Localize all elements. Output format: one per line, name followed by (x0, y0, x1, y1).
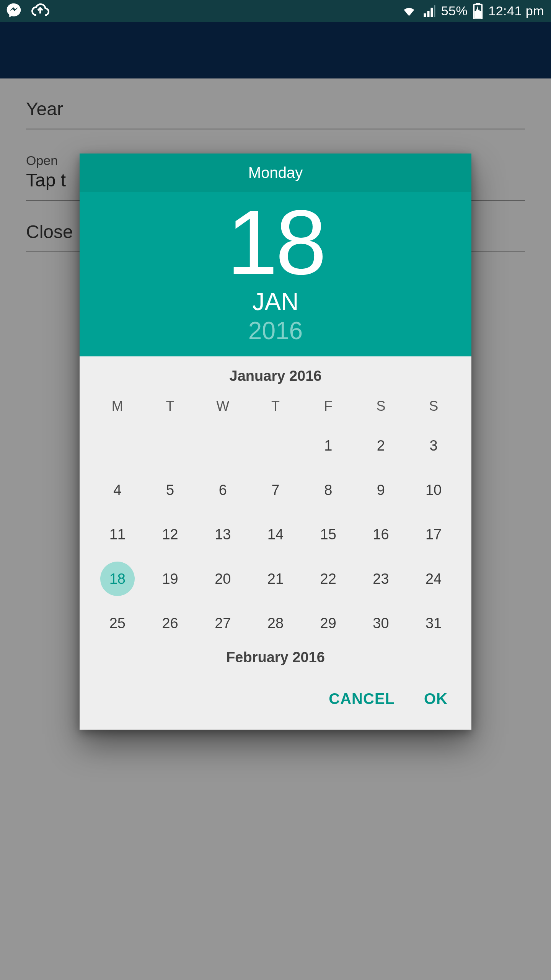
calendar-day-number: 15 (320, 526, 336, 543)
calendar-day[interactable]: 12 (144, 512, 197, 557)
selected-month: JAN (80, 287, 471, 316)
calendar-day-number: 25 (109, 615, 126, 632)
calendar-day-number: 8 (324, 482, 332, 498)
status-left (5, 1, 50, 21)
status-time: 12:41 pm (488, 3, 544, 18)
calendar-day-number: 29 (320, 615, 336, 632)
calendar-day-number: 22 (320, 571, 336, 587)
calendar-day-number: 24 (425, 571, 442, 587)
calendar-day[interactable]: 3 (407, 423, 460, 468)
calendar-day[interactable]: 15 (302, 512, 355, 557)
calendar-day[interactable]: 21 (249, 557, 302, 601)
status-bar: 55% 12:41 pm (0, 0, 551, 22)
modal-scrim-top (0, 22, 551, 135)
calendar-day[interactable]: 6 (196, 468, 249, 512)
calendar-day[interactable]: 8 (302, 468, 355, 512)
calendar-day-number: 28 (267, 615, 284, 632)
calendar-day-number: 13 (215, 526, 231, 543)
date-picker-header[interactable]: 18 JAN 2016 (80, 192, 471, 356)
calendar-day-number: 5 (166, 482, 174, 498)
calendar-days-grid: 1234567891011121314151617181920212223242… (91, 423, 460, 645)
calendar-day[interactable]: 27 (196, 601, 249, 645)
calendar-empty-cell (249, 423, 302, 468)
ok-button[interactable]: OK (424, 690, 448, 707)
weekday-text: Monday (248, 164, 303, 181)
calendar-day[interactable]: 13 (196, 512, 249, 557)
calendar-day[interactable]: 18 (91, 557, 144, 601)
calendar-day[interactable]: 29 (302, 601, 355, 645)
date-picker-weekday: Monday (80, 154, 471, 192)
upload-cloud-icon (31, 1, 50, 21)
calendar-day-number: 21 (267, 571, 284, 587)
calendar-day-number: 3 (430, 438, 438, 454)
calendar-day-number: 20 (215, 571, 231, 587)
calendar-dow: S (407, 393, 460, 423)
calendar-day-number: 26 (162, 615, 178, 632)
calendar-month-title: January 2016 (91, 368, 460, 384)
calendar-day[interactable]: 5 (144, 468, 197, 512)
calendar-day[interactable]: 19 (144, 557, 197, 601)
calendar-day-number: 1 (324, 438, 332, 454)
calendar-day[interactable]: 30 (355, 601, 408, 645)
calendar-day[interactable]: 26 (144, 601, 197, 645)
calendar-day-number: 10 (425, 482, 442, 498)
calendar-day-number: 11 (109, 526, 126, 543)
calendar-day[interactable]: 1 (302, 423, 355, 468)
calendar-dow: T (144, 393, 197, 423)
calendar-next-month-title: February 2016 (91, 649, 460, 666)
calendar-day[interactable]: 20 (196, 557, 249, 601)
dialog-actions: CANCEL OK (80, 676, 471, 730)
calendar-day[interactable]: 22 (302, 557, 355, 601)
calendar: January 2016 MTWTFSS 1234567891011121314… (80, 356, 471, 666)
calendar-day[interactable]: 28 (249, 601, 302, 645)
calendar-day[interactable]: 16 (355, 512, 408, 557)
battery-charging-icon (473, 3, 483, 19)
calendar-dow-row: MTWTFSS (91, 393, 460, 423)
calendar-dow: T (249, 393, 302, 423)
calendar-day-number: 9 (377, 482, 385, 498)
calendar-dow: F (302, 393, 355, 423)
status-right: 55% 12:41 pm (401, 3, 544, 19)
calendar-day[interactable]: 14 (249, 512, 302, 557)
calendar-day[interactable]: 11 (91, 512, 144, 557)
calendar-empty-cell (196, 423, 249, 468)
calendar-day[interactable]: 9 (355, 468, 408, 512)
calendar-day[interactable]: 31 (407, 601, 460, 645)
calendar-empty-cell (144, 423, 197, 468)
messenger-icon (5, 2, 22, 20)
calendar-day-number: 19 (162, 571, 178, 587)
calendar-dow: M (91, 393, 144, 423)
selected-day-number: 18 (80, 194, 471, 291)
calendar-day[interactable]: 23 (355, 557, 408, 601)
battery-percent-text: 55% (441, 3, 468, 18)
calendar-day-number: 18 (109, 571, 126, 587)
calendar-day[interactable]: 24 (407, 557, 460, 601)
calendar-day-number: 30 (373, 615, 389, 632)
calendar-dow: S (355, 393, 408, 423)
battery-percent: 55% (441, 3, 468, 18)
selected-year[interactable]: 2016 (80, 317, 471, 345)
calendar-empty-cell (91, 423, 144, 468)
calendar-day[interactable]: 2 (355, 423, 408, 468)
calendar-day-number: 12 (162, 526, 178, 543)
calendar-day[interactable]: 10 (407, 468, 460, 512)
calendar-dow: W (196, 393, 249, 423)
calendar-day-number: 6 (219, 482, 227, 498)
calendar-day-number: 2 (377, 438, 385, 454)
cancel-button[interactable]: CANCEL (329, 690, 395, 707)
svg-rect-1 (476, 3, 480, 5)
calendar-day[interactable]: 25 (91, 601, 144, 645)
calendar-day-number: 27 (215, 615, 231, 632)
calendar-day-number: 4 (113, 482, 121, 498)
date-picker-dialog: Monday 18 JAN 2016 January 2016 MTWTFSS … (80, 154, 471, 730)
calendar-day-number: 14 (267, 526, 284, 543)
calendar-day-number: 16 (373, 526, 389, 543)
calendar-day-number: 31 (425, 615, 442, 632)
calendar-day[interactable]: 4 (91, 468, 144, 512)
calendar-day[interactable]: 7 (249, 468, 302, 512)
calendar-day-number: 17 (425, 526, 442, 543)
wifi-icon (401, 3, 417, 19)
calendar-day-number: 7 (271, 482, 279, 498)
cell-signal-icon (422, 4, 436, 18)
calendar-day[interactable]: 17 (407, 512, 460, 557)
